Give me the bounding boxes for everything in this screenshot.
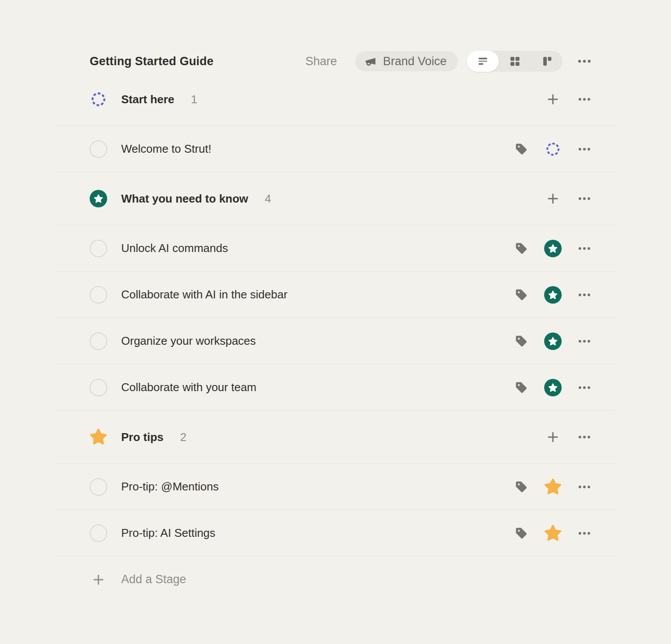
card-row[interactable]: Pro-tip: @Mentions xyxy=(56,464,615,510)
card-actions xyxy=(513,240,593,257)
topbar: Getting Started Guide Share Brand Voice xyxy=(56,51,615,71)
list-view-icon xyxy=(477,56,489,67)
tag-button[interactable] xyxy=(513,478,530,496)
card-checkbox[interactable] xyxy=(90,240,107,257)
stage-row[interactable]: Pro tips 2 xyxy=(56,411,615,464)
card-actions xyxy=(513,478,593,496)
card-row[interactable]: Collaborate with AI in the sidebar xyxy=(56,272,615,318)
board-view-icon xyxy=(541,56,552,67)
ellipsis-icon xyxy=(578,60,591,63)
ellipsis-icon xyxy=(578,98,591,101)
card-checkbox[interactable] xyxy=(90,140,107,158)
card-row[interactable]: Pro-tip: AI Settings xyxy=(56,510,615,556)
more-options-button[interactable] xyxy=(576,52,593,70)
card-more-button[interactable] xyxy=(576,140,593,158)
tag-button[interactable] xyxy=(513,140,530,158)
card-checkbox-wrap xyxy=(90,478,107,496)
card-checkbox-wrap xyxy=(90,286,107,304)
brand-voice-button[interactable]: Brand Voice xyxy=(355,51,458,71)
card-checkbox[interactable] xyxy=(90,525,107,542)
add-card-button[interactable] xyxy=(544,428,562,446)
status-star-badge-icon[interactable] xyxy=(544,240,562,257)
tag-button[interactable] xyxy=(513,379,530,396)
status-star-badge-icon[interactable] xyxy=(544,286,562,304)
stage-row[interactable]: What you need to know 4 xyxy=(56,172,615,225)
card-checkbox[interactable] xyxy=(90,332,107,350)
stage-actions xyxy=(544,91,593,108)
card-more-button[interactable] xyxy=(576,478,593,496)
tag-icon xyxy=(515,242,528,255)
card-row[interactable]: Collaborate with your team xyxy=(56,364,615,411)
plus-icon xyxy=(546,92,560,106)
status-star-badge-icon[interactable] xyxy=(544,332,562,350)
card-title: Pro-tip: AI Settings xyxy=(121,526,215,540)
tag-icon xyxy=(515,335,528,348)
card-row[interactable]: Organize your workspaces xyxy=(56,318,615,364)
stage-row[interactable]: Start here 1 xyxy=(56,73,615,126)
card-checkbox-wrap xyxy=(90,379,107,396)
card-more-button[interactable] xyxy=(576,379,593,396)
share-button[interactable]: Share xyxy=(305,55,337,68)
card-checkbox[interactable] xyxy=(90,286,107,304)
status-star-icon[interactable] xyxy=(544,525,562,542)
card-row[interactable]: Unlock AI commands xyxy=(56,225,615,272)
tag-icon xyxy=(515,381,528,394)
stage-list: Start here 1 xyxy=(56,73,615,602)
card-actions xyxy=(513,286,593,304)
tag-button[interactable] xyxy=(513,525,530,542)
card-row[interactable]: Welcome to Strut! xyxy=(56,126,615,172)
plus-icon xyxy=(90,571,107,588)
status-star-badge-icon[interactable] xyxy=(544,379,562,396)
plus-icon xyxy=(546,192,560,206)
card-checkbox[interactable] xyxy=(90,478,107,496)
add-card-button[interactable] xyxy=(544,91,562,108)
card-checkbox-wrap xyxy=(90,525,107,542)
tag-icon xyxy=(515,480,528,494)
card-title: Organize your workspaces xyxy=(121,334,256,348)
card-title: Collaborate with your team xyxy=(121,381,256,394)
ellipsis-icon xyxy=(578,435,591,439)
stage-dashed-circle-icon xyxy=(90,91,107,108)
ellipsis-icon xyxy=(578,340,591,343)
tag-icon xyxy=(515,527,528,540)
card-more-button[interactable] xyxy=(576,286,593,304)
add-stage-label: Add a Stage xyxy=(121,573,186,586)
stage-name: What you need to know xyxy=(121,192,248,206)
tag-button[interactable] xyxy=(513,240,530,257)
stage-name: Pro tips xyxy=(121,430,164,444)
card-more-button[interactable] xyxy=(576,332,593,350)
list-view-button[interactable] xyxy=(467,51,499,72)
view-switcher xyxy=(467,51,563,72)
page: Getting Started Guide Share Brand Voice xyxy=(0,0,671,644)
stage-star-badge-icon xyxy=(90,190,107,207)
stage-name: Start here xyxy=(121,93,174,106)
stage-more-button[interactable] xyxy=(576,91,593,108)
stage-count: 4 xyxy=(265,192,271,206)
card-actions xyxy=(513,332,593,350)
tag-button[interactable] xyxy=(513,286,530,304)
card-title: Unlock AI commands xyxy=(121,242,228,255)
status-dashed-circle-icon[interactable] xyxy=(544,140,562,158)
add-stage-button[interactable]: Add a Stage xyxy=(56,556,615,602)
card-more-button[interactable] xyxy=(576,525,593,542)
status-star-icon[interactable] xyxy=(544,478,562,496)
add-card-button[interactable] xyxy=(544,190,562,207)
stage-more-button[interactable] xyxy=(576,190,593,207)
ellipsis-icon xyxy=(578,247,591,250)
card-title: Pro-tip: @Mentions xyxy=(121,480,219,494)
tag-button[interactable] xyxy=(513,332,530,350)
brand-voice-label: Brand Voice xyxy=(383,55,447,68)
card-checkbox-wrap xyxy=(90,332,107,350)
tag-icon xyxy=(515,288,528,301)
stage-more-button[interactable] xyxy=(576,428,593,446)
grid-view-button[interactable] xyxy=(499,51,531,72)
stage-actions xyxy=(544,190,593,207)
card-title: Welcome to Strut! xyxy=(121,142,211,156)
megaphone-icon xyxy=(364,55,377,68)
plus-icon xyxy=(546,430,560,444)
board-view-button[interactable] xyxy=(531,51,563,72)
card-actions xyxy=(513,525,593,542)
card-more-button[interactable] xyxy=(576,240,593,257)
ellipsis-icon xyxy=(578,197,591,200)
card-checkbox[interactable] xyxy=(90,379,107,396)
